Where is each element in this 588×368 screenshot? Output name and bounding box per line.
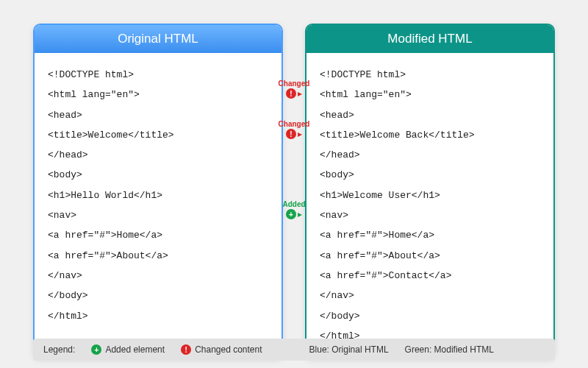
- code-line: <a href="#">About</a>: [320, 246, 540, 266]
- code-line: <a href="#">Contact</a>: [320, 266, 540, 286]
- code-line: <html lang="en">: [320, 85, 540, 105]
- legend-bar: Legend: + Added element ! Changed conten…: [33, 339, 555, 361]
- code-line: </nav>: [320, 286, 540, 305]
- code-line: <a href="#">Home</a>: [48, 225, 268, 245]
- code-line: <head>: [48, 105, 268, 125]
- code-line: </nav>: [48, 266, 268, 286]
- code-line: <a href="#">Home</a>: [320, 225, 540, 245]
- code-line: <h1>Welcome User</h1>: [320, 185, 540, 205]
- code-line: <title>Welcome Back</title>: [320, 125, 540, 145]
- legend-added-item: + Added element: [91, 344, 165, 355]
- exclamation-icon: !: [181, 344, 191, 355]
- code-line: <h1>Hello World</h1>: [48, 185, 268, 205]
- code-line: </head>: [48, 145, 268, 165]
- modified-code: <!DOCTYPE html><html lang="en"><head><ti…: [306, 53, 553, 358]
- code-line: <body>: [320, 165, 540, 185]
- code-line: </body>: [320, 306, 540, 326]
- code-line: <!DOCTYPE html>: [320, 65, 540, 85]
- code-line: <head>: [320, 105, 540, 125]
- legend-blue-label: Blue: Original HTML: [309, 344, 389, 355]
- original-panel: Original HTML <!DOCTYPE html><html lang=…: [33, 24, 283, 359]
- original-panel-title: Original HTML: [35, 25, 282, 53]
- modified-panel: Modified HTML <!DOCTYPE html><html lang=…: [305, 24, 555, 359]
- legend-prefix: Legend:: [43, 344, 75, 355]
- legend-changed-label: Changed content: [195, 344, 262, 355]
- code-line: </head>: [320, 145, 540, 165]
- legend-green-label: Green: Modified HTML: [405, 344, 494, 355]
- code-line: <nav>: [48, 205, 268, 225]
- code-line: </body>: [48, 286, 268, 305]
- plus-icon: +: [91, 344, 101, 355]
- code-line: <nav>: [320, 205, 540, 225]
- legend-changed-item: ! Changed content: [181, 344, 262, 355]
- modified-panel-title: Modified HTML: [306, 25, 553, 53]
- code-line: <!DOCTYPE html>: [48, 65, 268, 85]
- code-line: <body>: [48, 165, 268, 185]
- code-line: <title>Welcome</title>: [48, 125, 268, 145]
- code-line: <html lang="en">: [48, 85, 268, 105]
- legend-added-label: Added element: [105, 344, 165, 355]
- code-line: </html>: [48, 306, 268, 326]
- diff-container: Original HTML <!DOCTYPE html><html lang=…: [0, 0, 588, 359]
- code-line: <a href="#">About</a>: [48, 246, 268, 266]
- original-code: <!DOCTYPE html><html lang="en"><head><ti…: [35, 53, 282, 338]
